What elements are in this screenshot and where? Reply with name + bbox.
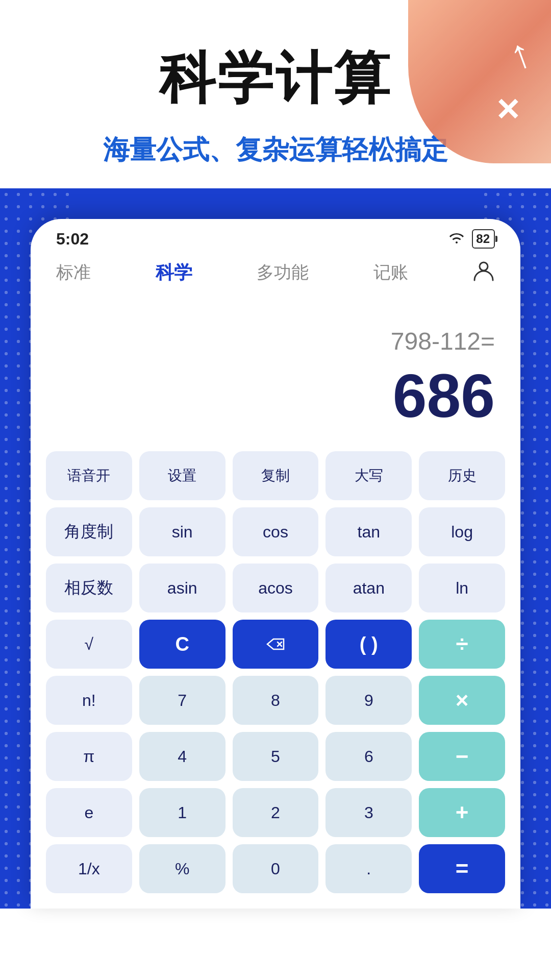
btn-4[interactable]: 4 bbox=[139, 732, 226, 781]
battery-icon: 82 bbox=[472, 229, 495, 249]
btn-voice[interactable]: 语音开 bbox=[46, 451, 132, 500]
btn-9[interactable]: 9 bbox=[325, 676, 412, 725]
btn-pi[interactable]: π bbox=[46, 732, 132, 781]
tab-bar[interactable]: 标准 科学 多功能 记账 bbox=[31, 254, 520, 297]
btn-euler[interactable]: e bbox=[46, 788, 132, 837]
result: 686 bbox=[56, 360, 495, 431]
profile-icon[interactable] bbox=[472, 259, 495, 286]
btn-equals[interactable]: = bbox=[419, 844, 505, 893]
btn-7[interactable]: 7 bbox=[139, 676, 226, 725]
blue-section: 5:02 82 标准 科学 多功能 记账 bbox=[0, 188, 551, 909]
wifi-icon bbox=[447, 230, 466, 248]
btn-settings[interactable]: 设置 bbox=[139, 451, 226, 500]
phone-frame: 5:02 82 标准 科学 多功能 记账 bbox=[31, 219, 520, 909]
btn-reciprocal[interactable]: 1/x bbox=[46, 844, 132, 893]
status-bar: 5:02 82 bbox=[31, 219, 520, 254]
btn-parentheses[interactable]: ( ) bbox=[325, 620, 412, 669]
btn-history[interactable]: 历史 bbox=[419, 451, 505, 500]
btn-cos[interactable]: cos bbox=[233, 507, 319, 556]
tab-standard[interactable]: 标准 bbox=[56, 261, 91, 284]
btn-copy[interactable]: 复制 bbox=[233, 451, 319, 500]
btn-acos[interactable]: acos bbox=[233, 564, 319, 612]
btn-tan[interactable]: tan bbox=[325, 507, 412, 556]
svg-point-0 bbox=[480, 262, 488, 271]
tab-accounting[interactable]: 记账 bbox=[373, 261, 408, 284]
btn-uppercase[interactable]: 大写 bbox=[325, 451, 412, 500]
btn-add[interactable]: + bbox=[419, 788, 505, 837]
calculator-grid: 语音开 设置 复制 大写 历史 角度制 sin cos tan log 相反数 … bbox=[31, 446, 520, 909]
btn-decimal[interactable]: . bbox=[325, 844, 412, 893]
btn-negate[interactable]: 相反数 bbox=[46, 564, 132, 612]
btn-ln[interactable]: ln bbox=[419, 564, 505, 612]
cross-icon: ✕ bbox=[495, 92, 520, 128]
btn-sqrt[interactable]: √ bbox=[46, 620, 132, 669]
expression: 798-112= bbox=[56, 327, 495, 355]
btn-backspace[interactable] bbox=[233, 620, 319, 669]
display-area: 798-112= 686 bbox=[31, 297, 520, 446]
btn-sin[interactable]: sin bbox=[139, 507, 226, 556]
btn-6[interactable]: 6 bbox=[325, 732, 412, 781]
btn-8[interactable]: 8 bbox=[233, 676, 319, 725]
top-section: ↑ ✕ 科学计算 海量公式、复杂运算轻松搞定 bbox=[0, 0, 551, 188]
btn-subtract[interactable]: − bbox=[419, 732, 505, 781]
btn-multiply[interactable]: × bbox=[419, 676, 505, 725]
btn-asin[interactable]: asin bbox=[139, 564, 226, 612]
btn-3[interactable]: 3 bbox=[325, 788, 412, 837]
btn-2[interactable]: 2 bbox=[233, 788, 319, 837]
btn-atan[interactable]: atan bbox=[325, 564, 412, 612]
btn-5[interactable]: 5 bbox=[233, 732, 319, 781]
status-time: 5:02 bbox=[56, 230, 89, 249]
btn-factorial[interactable]: n! bbox=[46, 676, 132, 725]
arrow-icon: ↑ bbox=[503, 29, 538, 80]
status-icons: 82 bbox=[447, 229, 495, 249]
tab-science[interactable]: 科学 bbox=[156, 260, 192, 285]
btn-divide[interactable]: ÷ bbox=[419, 620, 505, 669]
btn-degrees[interactable]: 角度制 bbox=[46, 507, 132, 556]
btn-1[interactable]: 1 bbox=[139, 788, 226, 837]
btn-0[interactable]: 0 bbox=[233, 844, 319, 893]
btn-percent[interactable]: % bbox=[139, 844, 226, 893]
tab-multifunction[interactable]: 多功能 bbox=[257, 261, 309, 284]
btn-clear[interactable]: C bbox=[139, 620, 226, 669]
btn-log[interactable]: log bbox=[419, 507, 505, 556]
